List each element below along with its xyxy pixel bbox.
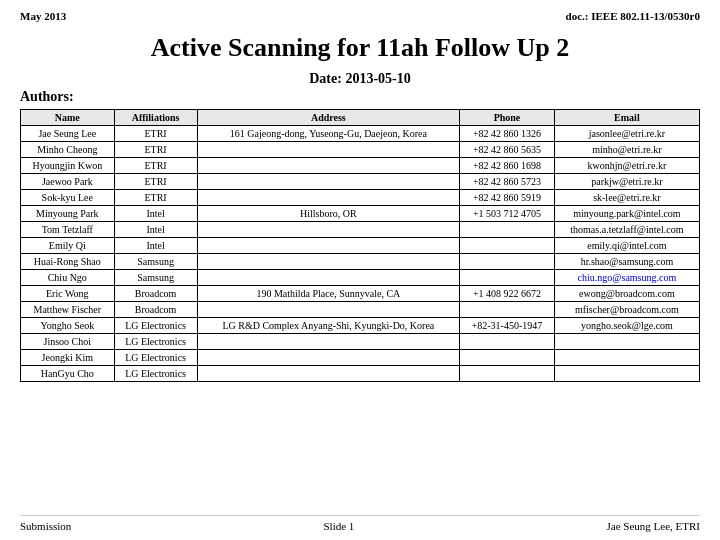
authors-label: Authors: <box>20 89 700 105</box>
cell-affiliation: ETRI <box>114 158 197 174</box>
date-line: Date: 2013-05-10 <box>20 71 700 87</box>
cell-name: Hyoungjin Kwon <box>21 158 115 174</box>
cell-address <box>197 190 460 206</box>
cell-name: Jaewoo Park <box>21 174 115 190</box>
footer-left: Submission <box>20 520 71 532</box>
cell-affiliation: LG Electronics <box>114 334 197 350</box>
cell-address: LG R&D Complex Anyang-Shi, Kyungki-Do, K… <box>197 318 460 334</box>
cell-phone <box>460 222 555 238</box>
table-row: Jaewoo Park ETRI +82 42 860 5723 parkjw@… <box>21 174 700 190</box>
cell-address <box>197 142 460 158</box>
table-row: Jeongki Kim LG Electronics <box>21 350 700 366</box>
cell-name: Huai-Rong Shao <box>21 254 115 270</box>
col-affiliations: Affiliations <box>114 110 197 126</box>
table-row: Minyoung Park Intel Hillsboro, OR +1 503… <box>21 206 700 222</box>
table-row: Eric Wong Broadcom 190 Mathilda Place, S… <box>21 286 700 302</box>
cell-affiliation: ETRI <box>114 174 197 190</box>
table-row: Chiu Ngo Samsung chiu.ngo@samsung.com <box>21 270 700 286</box>
cell-affiliation: Intel <box>114 238 197 254</box>
cell-email: emily.qi@intel.com <box>554 238 699 254</box>
cell-name: Jae Seung Lee <box>21 126 115 142</box>
cell-name: Minho Cheong <box>21 142 115 158</box>
cell-name: Sok-kyu Lee <box>21 190 115 206</box>
cell-name: Jinsoo Choi <box>21 334 115 350</box>
cell-affiliation: Samsung <box>114 270 197 286</box>
cell-name: Jeongki Kim <box>21 350 115 366</box>
cell-phone: +82 42 860 5635 <box>460 142 555 158</box>
col-name: Name <box>21 110 115 126</box>
cell-address <box>197 238 460 254</box>
cell-affiliation: ETRI <box>114 190 197 206</box>
cell-email: minho@etri.re.kr <box>554 142 699 158</box>
cell-address <box>197 366 460 382</box>
cell-address <box>197 254 460 270</box>
cell-email <box>554 350 699 366</box>
cell-email <box>554 334 699 350</box>
cell-name: Chiu Ngo <box>21 270 115 286</box>
cell-address: 161 Gajeong-dong, Yuseong-Gu, Daejeon, K… <box>197 126 460 142</box>
table-row: Matthew Fischer Broadcom mfischer@broadc… <box>21 302 700 318</box>
cell-name: Yongho Seok <box>21 318 115 334</box>
footer-center: Slide 1 <box>324 520 355 532</box>
cell-affiliation: ETRI <box>114 142 197 158</box>
cell-affiliation: ETRI <box>114 126 197 142</box>
col-email: Email <box>554 110 699 126</box>
cell-phone: +82 42 860 5723 <box>460 174 555 190</box>
cell-address <box>197 222 460 238</box>
table-row: Emily Qi Intel emily.qi@intel.com <box>21 238 700 254</box>
cell-email: chiu.ngo@samsung.com <box>554 270 699 286</box>
cell-phone <box>460 350 555 366</box>
cell-address <box>197 174 460 190</box>
cell-address <box>197 158 460 174</box>
cell-affiliation: Broadcom <box>114 302 197 318</box>
footer-right: Jae Seung Lee, ETRI <box>607 520 700 532</box>
cell-email: kwonhjn@etri.re.kr <box>554 158 699 174</box>
cell-address: Hillsboro, OR <box>197 206 460 222</box>
cell-affiliation: Intel <box>114 206 197 222</box>
cell-affiliation: Intel <box>114 222 197 238</box>
col-phone: Phone <box>460 110 555 126</box>
cell-phone <box>460 334 555 350</box>
cell-address <box>197 334 460 350</box>
cell-email: minyoung.park@intel.com <box>554 206 699 222</box>
cell-address <box>197 270 460 286</box>
cell-email: yongho.seok@lge.com <box>554 318 699 334</box>
table-row: Jae Seung Lee ETRI 161 Gajeong-dong, Yus… <box>21 126 700 142</box>
table-row: Jinsoo Choi LG Electronics <box>21 334 700 350</box>
cell-name: Minyoung Park <box>21 206 115 222</box>
table-header-row: Name Affiliations Address Phone Email <box>21 110 700 126</box>
cell-name: Eric Wong <box>21 286 115 302</box>
cell-phone: +1 503 712 4705 <box>460 206 555 222</box>
cell-phone <box>460 366 555 382</box>
cell-phone: +82 42 860 1326 <box>460 126 555 142</box>
cell-name: Emily Qi <box>21 238 115 254</box>
cell-address <box>197 302 460 318</box>
col-address: Address <box>197 110 460 126</box>
cell-address <box>197 350 460 366</box>
table-row: Huai-Rong Shao Samsung hr.shao@samsung.c… <box>21 254 700 270</box>
header-date: May 2013 <box>20 10 66 22</box>
page: May 2013 doc.: IEEE 802.11-13/0530r0 Act… <box>0 0 720 540</box>
cell-email: mfischer@broadcom.com <box>554 302 699 318</box>
header-bar: May 2013 doc.: IEEE 802.11-13/0530r0 <box>20 10 700 22</box>
cell-name: Tom Tetzlaff <box>21 222 115 238</box>
table-row: Minho Cheong ETRI +82 42 860 5635 minho@… <box>21 142 700 158</box>
cell-email: jasonlee@etri.re.kr <box>554 126 699 142</box>
cell-phone: +1 408 922 6672 <box>460 286 555 302</box>
cell-affiliation: LG Electronics <box>114 350 197 366</box>
cell-affiliation: LG Electronics <box>114 318 197 334</box>
table-row: Yongho Seok LG Electronics LG R&D Comple… <box>21 318 700 334</box>
cell-phone <box>460 254 555 270</box>
cell-affiliation: Samsung <box>114 254 197 270</box>
cell-email <box>554 366 699 382</box>
table-row: HanGyu Cho LG Electronics <box>21 366 700 382</box>
table-row: Hyoungjin Kwon ETRI +82 42 860 1698 kwon… <box>21 158 700 174</box>
cell-affiliation: Broadcom <box>114 286 197 302</box>
table-row: Sok-kyu Lee ETRI +82 42 860 5919 sk-lee@… <box>21 190 700 206</box>
cell-name: Matthew Fischer <box>21 302 115 318</box>
authors-table: Name Affiliations Address Phone Email Ja… <box>20 109 700 382</box>
footer-bar: Submission Slide 1 Jae Seung Lee, ETRI <box>20 515 700 532</box>
cell-phone: +82-31-450-1947 <box>460 318 555 334</box>
cell-email: thomas.a.tetzlaff@intel.com <box>554 222 699 238</box>
main-title: Active Scanning for 11ah Follow Up 2 <box>20 32 700 63</box>
